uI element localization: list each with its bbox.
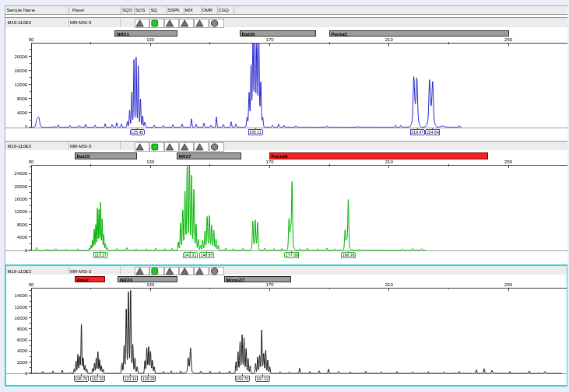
svg-text:16000: 16000 [15,197,28,201]
svg-text:8000: 8000 [17,96,28,101]
svg-text:20000: 20000 [15,184,28,189]
svg-text:8000: 8000 [17,222,28,227]
svg-text:Amel: Amel [77,277,89,282]
svg-text:143.31: 143.31 [184,253,196,257]
svg-text:4000: 4000 [17,110,28,115]
svg-text:170: 170 [266,37,275,42]
svg-text:2000: 2000 [17,360,28,365]
svg-text:125.45: 125.45 [131,130,143,135]
svg-text:M19-110E3: M19-110E3 [8,20,32,25]
svg-text:OMR: OMR [202,8,213,12]
svg-text:130: 130 [146,159,155,164]
svg-text:NR24: NR24 [120,277,132,282]
svg-text:M19-110E3: M19-110E3 [8,269,32,274]
svg-text:12000: 12000 [15,209,28,214]
svg-text:250: 250 [504,159,513,164]
svg-text:160.70: 160.70 [236,376,248,381]
svg-text:224.64: 224.64 [427,130,439,135]
svg-text:SQO: SQO [122,8,132,12]
svg-text:Bat26: Bat26 [242,31,255,37]
svg-text:SQ: SQ [151,8,158,12]
svg-text:NR21: NR21 [117,31,129,37]
svg-text:16000: 16000 [15,68,28,73]
svg-text:112.32: 112.32 [92,376,104,381]
svg-text:167.32: 167.32 [256,376,269,381]
svg-text:250: 250 [504,282,513,287]
svg-text:MIX: MIX [185,8,193,12]
svg-text:177.39: 177.39 [286,253,298,257]
svg-text:90: 90 [29,37,34,42]
svg-text:14000: 14000 [15,293,28,298]
svg-text:8000: 8000 [17,327,28,331]
svg-text:130: 130 [146,282,155,287]
svg-text:6000: 6000 [17,338,28,342]
svg-text:12000: 12000 [15,305,28,310]
svg-text:SSPK: SSPK [168,8,181,12]
svg-text:MR-MSI-3: MR-MSI-3 [70,20,92,25]
svg-text:CGQ: CGQ [219,8,230,12]
svg-text:24000: 24000 [15,171,28,176]
svg-text:PentaB: PentaB [272,153,289,159]
svg-text:129.33: 129.33 [142,376,155,381]
svg-text:196.36: 196.36 [342,253,355,257]
svg-text:NR27: NR27 [179,153,191,159]
svg-text:148.87: 148.87 [201,253,213,257]
svg-text:MR-MSI-3: MR-MSI-3 [70,269,92,274]
svg-text:123.14: 123.14 [125,376,137,381]
svg-text:113.27: 113.27 [94,253,107,257]
svg-text:210: 210 [385,282,394,287]
svg-text:Sample Name: Sample Name [7,8,36,12]
svg-text:Mono27: Mono27 [227,277,245,282]
svg-text:4000: 4000 [17,235,28,240]
svg-text:90: 90 [29,282,34,287]
svg-text:12000: 12000 [15,82,28,87]
svg-text:SOS: SOS [135,8,145,12]
svg-text:210: 210 [385,37,394,42]
svg-text:170: 170 [266,282,275,287]
svg-text:M19-110E3: M19-110E3 [8,144,32,149]
svg-text:170: 170 [266,159,275,164]
svg-text:90: 90 [29,159,34,164]
svg-text:250: 250 [504,37,513,42]
svg-text:Panel: Panel [72,8,84,12]
svg-text:10000: 10000 [15,316,28,320]
svg-text:20000: 20000 [15,54,28,59]
svg-text:4000: 4000 [17,348,28,353]
svg-text:PentaC: PentaC [332,31,349,37]
svg-text:130: 130 [146,37,155,42]
svg-text:210: 210 [385,159,394,164]
svg-text:Bat25: Bat25 [77,153,90,159]
svg-text:165.11: 165.11 [249,130,262,135]
svg-text:106.79: 106.79 [75,376,87,381]
svg-text:MR-MSI-3: MR-MSI-3 [70,144,92,149]
svg-text:219.47: 219.47 [411,130,423,135]
